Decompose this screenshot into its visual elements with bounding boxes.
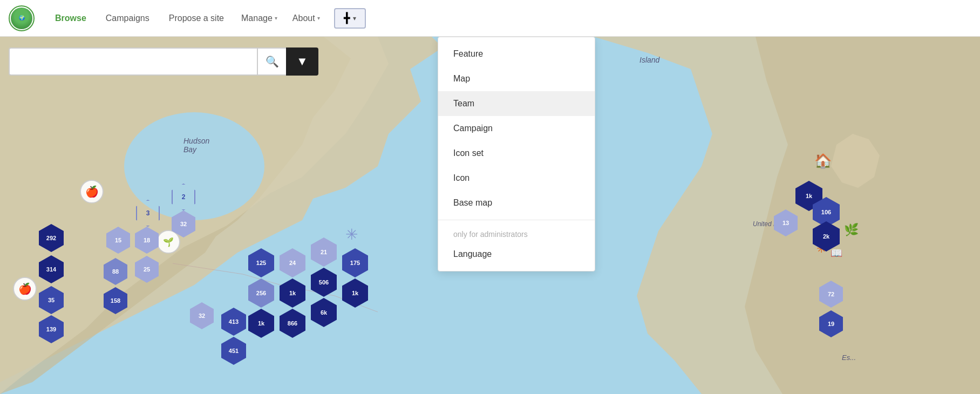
dropdown-menu: Feature Map Team Campaign Icon set Icon …	[438, 37, 595, 271]
marker-apple-1: 🍎	[80, 180, 104, 203]
marker-apple-2: 🍎	[13, 277, 37, 301]
cluster-35: 35 139	[38, 285, 65, 344]
cluster-413: 413 451	[220, 307, 247, 366]
cluster-3: 3	[135, 199, 161, 228]
apple-icon-1: 🍎	[85, 185, 99, 198]
snowflake-marker: ✳	[345, 226, 358, 243]
filter-icon: ▼	[296, 55, 308, 69]
hex-866: 866	[280, 309, 305, 338]
dropdown-item-feature[interactable]: Feature	[438, 42, 595, 66]
navbar: 🌍 Browse Campaigns Propose a site Manage…	[0, 0, 980, 37]
dropdown-item-base-map[interactable]: Base map	[438, 191, 595, 215]
cluster-15: 15	[105, 226, 131, 255]
nav-browse[interactable]: Browse	[45, 9, 96, 28]
hex-2k-right: 2k	[812, 220, 841, 253]
cluster-125: 125 256 1k	[247, 247, 275, 339]
dropdown-divider	[438, 220, 595, 220]
hex-32b: 32	[190, 302, 214, 329]
cluster-25: 25	[134, 255, 160, 284]
hudson-bay-label: HudsonBay	[183, 137, 209, 154]
hex-506: 506	[311, 268, 337, 297]
map-area: HudsonBay Island United K... 🔍 ▼ 🍎 🍎 🌱 ✳…	[0, 37, 980, 394]
hex-19-right: 19	[818, 309, 844, 338]
hex-292: 292	[39, 224, 64, 252]
hex-451: 451	[221, 337, 246, 365]
es-label: Es...	[842, 354, 856, 362]
hex-72-right: 72	[818, 280, 844, 309]
nav-about[interactable]: About ▾	[285, 9, 328, 28]
cluster-18: 18	[134, 226, 160, 255]
hex-2: 2	[172, 184, 195, 210]
apple-icon-2: 🍎	[18, 282, 32, 295]
hex-1kc: 1k	[342, 278, 368, 308]
hex-175: 175	[342, 248, 368, 277]
hex-125: 125	[248, 248, 274, 277]
hex-314: 314	[39, 255, 64, 283]
hex-24: 24	[280, 248, 305, 277]
filter-button[interactable]: ▼	[286, 47, 318, 76]
cluster-292: 292 314	[38, 223, 65, 284]
hex-6k: 6k	[311, 298, 337, 327]
search-button[interactable]: 🔍	[257, 47, 286, 76]
dropdown-item-icon[interactable]: Icon	[438, 166, 595, 191]
search-bar: 🔍 ▼	[9, 47, 318, 76]
hex-1kb: 1k	[280, 278, 305, 308]
search-input[interactable]	[9, 47, 257, 76]
search-icon: 🔍	[266, 55, 279, 68]
about-arrow-icon: ▾	[317, 15, 320, 21]
orange-marker-house: 🏠	[814, 153, 832, 169]
hex-88: 88	[104, 258, 127, 285]
hex-1ka: 1k	[248, 309, 274, 338]
island-label: Island	[639, 56, 659, 64]
hex-158: 158	[104, 287, 127, 314]
nav-manage[interactable]: Manage ▾	[234, 9, 285, 28]
add-dropdown-arrow: ▾	[353, 15, 356, 22]
hex-15: 15	[106, 227, 130, 254]
cluster-88: 88	[103, 257, 128, 286]
dropdown-section-label: only for administrators	[438, 225, 595, 242]
cluster-2: 2	[171, 182, 196, 212]
cluster-32b: 32	[189, 301, 215, 330]
plus-icon: ╋	[344, 12, 350, 24]
dropdown-item-campaign[interactable]: Campaign	[438, 116, 595, 141]
dropdown-item-language[interactable]: Language	[438, 242, 595, 267]
cluster-32a: 32	[171, 209, 196, 239]
cluster-24: 24 1k 866	[278, 247, 307, 339]
nav-campaigns[interactable]: Campaigns	[96, 9, 159, 28]
hex-256: 256	[248, 278, 274, 308]
orange-marker-leaf: 🌿	[844, 223, 859, 237]
nav-links: Browse Campaigns Propose a site Manage ▾…	[45, 9, 328, 28]
hex-18: 18	[135, 227, 159, 254]
hex-3: 3	[136, 200, 160, 227]
hex-35: 35	[39, 286, 64, 314]
logo-text: 🌍	[11, 8, 32, 29]
add-button[interactable]: ╋ ▾	[334, 8, 366, 29]
hex-139: 139	[39, 315, 64, 343]
cluster-21: 21 506 6k	[310, 236, 338, 328]
manage-arrow-icon: ▾	[275, 15, 277, 21]
hex-21: 21	[311, 237, 337, 267]
dropdown-item-team[interactable]: Team	[438, 91, 595, 116]
logo[interactable]: 🌍	[9, 5, 35, 31]
cluster-158: 158	[103, 286, 128, 315]
dropdown-item-icon-set[interactable]: Icon set	[438, 141, 595, 166]
hex-413: 413	[221, 308, 246, 336]
cluster-175: 175 1k	[341, 247, 369, 309]
hex-25: 25	[135, 256, 159, 283]
dropdown-item-map[interactable]: Map	[438, 66, 595, 91]
hex-32a: 32	[172, 210, 195, 237]
nav-propose[interactable]: Propose a site	[159, 9, 234, 28]
hex-13-right: 13	[773, 208, 799, 237]
